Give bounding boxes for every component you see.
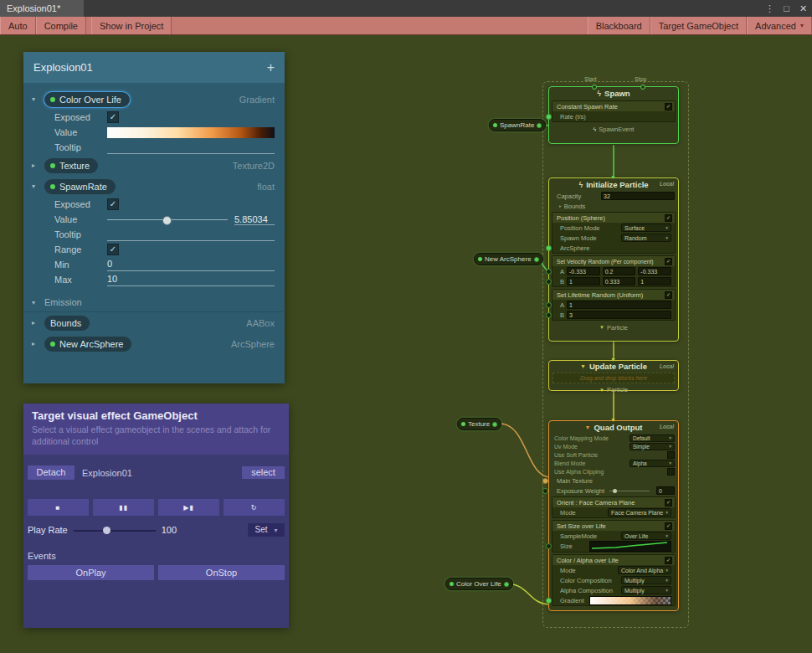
tooltip-field[interactable] <box>107 229 275 241</box>
color-composition-dropdown[interactable]: Multiply ▾ <box>621 576 671 584</box>
stop-button[interactable]: ■ <box>28 499 89 516</box>
b-input-port[interactable] <box>546 312 552 318</box>
orient-block[interactable]: Orient : Face Camera Plane ✓ Mode Face C… <box>552 496 676 518</box>
block-enabled-checkbox[interactable]: ✓ <box>665 258 672 265</box>
b-x-field[interactable]: 1 <box>567 277 600 285</box>
play-rate-slider[interactable] <box>74 524 156 536</box>
chevron-right-icon[interactable]: ▸ <box>559 203 562 208</box>
size-input-port[interactable] <box>546 543 552 549</box>
window-menu-icon[interactable]: ⋮ <box>763 2 776 15</box>
quad-title-bar[interactable]: ▼ Quad Output Local <box>549 421 678 434</box>
a-x-field[interactable]: -0.333 <box>567 267 600 275</box>
exposure-weight-field[interactable]: 0 <box>656 486 675 495</box>
update-particle-context[interactable]: ▼ ▼ Update Particle Local Drag and drop … <box>548 360 679 391</box>
param-row-bounds[interactable]: ▸ Bounds AABox <box>23 312 285 333</box>
exposed-checkbox[interactable]: ✓ <box>107 111 119 123</box>
position-sphere-block[interactable]: Position (Sphere) ✓ Position Mode Surfac… <box>552 212 676 254</box>
chevron-down-icon[interactable]: ▾ <box>32 183 44 190</box>
constant-spawn-rate-block[interactable]: Constant Spawn Rate ✓ Rate (t/s) <box>552 100 676 122</box>
param-pill-texture[interactable]: Texture <box>44 158 98 173</box>
block-enabled-checkbox[interactable]: ✓ <box>665 291 672 299</box>
orient-mode-dropdown[interactable]: Face Camera Plane ▾ <box>608 508 671 517</box>
space-tag[interactable]: Local <box>660 424 674 429</box>
show-in-project-button[interactable]: Show in Project <box>91 17 172 34</box>
target-gameobject-toggle-button[interactable]: Target GameObject <box>650 17 747 34</box>
output-port[interactable] <box>492 422 497 427</box>
gradient-input-port[interactable] <box>546 598 552 604</box>
block-header[interactable]: Position (Sphere) ✓ <box>552 213 675 223</box>
uv-mode-dropdown[interactable]: Simple ▾ <box>630 443 675 450</box>
block-header[interactable]: Color / Alpha over Life ✓ <box>552 555 675 565</box>
a-field[interactable]: 1 <box>567 301 671 309</box>
chevron-right-icon[interactable]: ▸ <box>32 319 44 326</box>
particle-output[interactable]: ▼ Particle <box>549 386 678 393</box>
select-button[interactable]: select <box>242 466 285 479</box>
exposure-weight-input-port[interactable] <box>542 488 548 494</box>
color-mode-dropdown[interactable]: Color And Alpha ▾ <box>618 566 671 574</box>
arcsphere-input-port[interactable] <box>546 245 552 251</box>
b-field[interactable]: 3 <box>567 311 671 319</box>
step-button[interactable]: ▶▮ <box>158 499 219 516</box>
b-input-port[interactable] <box>546 279 552 285</box>
block-header[interactable]: Constant Spawn Rate ✓ <box>552 101 675 111</box>
param-pill-color-over-life[interactable]: Color Over Life <box>44 92 130 107</box>
particle-output[interactable]: ▼ Particle <box>549 322 678 332</box>
b-y-field[interactable]: 0.333 <box>603 277 636 285</box>
size-curve-field[interactable] <box>589 541 671 552</box>
range-checkbox[interactable]: ✓ <box>107 244 119 255</box>
alpha-composition-dropdown[interactable]: Multiply ▾ <box>621 586 671 594</box>
block-enabled-checkbox[interactable]: ✓ <box>665 103 672 111</box>
space-tag[interactable]: Local <box>660 181 674 187</box>
exposed-checkbox[interactable]: ✓ <box>107 198 119 210</box>
spawn-event-output[interactable]: ϟ SpawnEvent <box>549 124 678 134</box>
chevron-down-icon[interactable]: ▾ <box>32 95 44 103</box>
chevron-right-icon[interactable]: ▸ <box>32 340 44 347</box>
param-row-texture[interactable]: ▸ Texture Texture2D <box>23 155 285 176</box>
flow-input-port[interactable]: ▼ <box>610 417 616 423</box>
b-z-field[interactable]: 1 <box>638 277 671 285</box>
gradient-value-field[interactable] <box>107 127 275 138</box>
use-alpha-clipping-checkbox[interactable] <box>667 468 675 476</box>
chevron-down-icon[interactable]: ▾ <box>32 299 44 306</box>
pause-button[interactable]: ▮▮ <box>93 499 154 516</box>
target-panel-header[interactable]: Target visual effect GameObject Select a… <box>23 404 289 455</box>
rate-input-port[interactable] <box>546 114 552 120</box>
onstop-button[interactable]: OnStop <box>158 565 285 580</box>
param-row-color-over-life[interactable]: ▾ Color Over Life Gradient <box>23 89 285 110</box>
spawnrate-property-node[interactable]: SpawnRate <box>489 119 546 131</box>
initialize-particle-context[interactable]: ▼ ϟ Initialize Particle Local Capacity 3… <box>548 177 679 342</box>
close-icon[interactable]: ✕ <box>797 2 809 15</box>
stop-port[interactable] <box>640 85 645 90</box>
space-tag[interactable]: Local <box>660 363 674 369</box>
maximize-icon[interactable]: □ <box>780 2 793 15</box>
set-lifetime-random-block[interactable]: Set Lifetime Random (Uniform) ✓ A 1 B 3 <box>552 289 676 321</box>
param-pill-new-arcsphere[interactable]: New ArcSphere <box>44 337 131 352</box>
quad-output-context[interactable]: ▼ ▼ Quad Output Local Color Mapping Mode… <box>548 420 679 611</box>
block-enabled-checkbox[interactable]: ✓ <box>665 499 672 506</box>
compile-button[interactable]: Compile <box>36 17 86 34</box>
onplay-button[interactable]: OnPlay <box>28 565 154 580</box>
sample-mode-dropdown[interactable]: Over Life ▾ <box>621 532 671 540</box>
capacity-field[interactable]: 32 <box>601 192 675 200</box>
exposure-weight-slider[interactable] <box>609 487 650 494</box>
initialize-title-bar[interactable]: ϟ Initialize Particle Local <box>549 178 678 191</box>
detach-button[interactable]: Detach <box>28 465 75 480</box>
output-port[interactable] <box>504 582 509 587</box>
add-parameter-icon[interactable]: + <box>267 60 275 75</box>
param-pill-bounds[interactable]: Bounds <box>44 316 90 331</box>
spawn-title-bar[interactable]: ϟ Spawn <box>549 87 678 100</box>
a-y-field[interactable]: 0.2 <box>603 267 636 275</box>
block-header[interactable]: Set Size over Life ✓ <box>552 521 675 531</box>
block-header[interactable]: Set Velocity Random (Per component) ✓ <box>552 256 675 266</box>
play-rate-value[interactable]: 100 <box>162 525 188 535</box>
color-mapping-mode-dropdown[interactable]: Default ▾ <box>630 434 675 442</box>
flow-input-port[interactable]: ▼ <box>610 174 616 180</box>
block-header[interactable]: Orient : Face Camera Plane ✓ <box>552 497 675 507</box>
main-texture-input-port[interactable] <box>542 478 548 484</box>
block-enabled-checkbox[interactable]: ✓ <box>665 522 672 530</box>
blend-mode-dropdown[interactable]: Alpha ▾ <box>630 460 675 467</box>
a-input-port[interactable] <box>546 269 552 275</box>
spawn-mode-dropdown[interactable]: Random ▾ <box>621 234 671 242</box>
position-mode-dropdown[interactable]: Surface ▾ <box>621 224 671 232</box>
set-velocity-random-block[interactable]: Set Velocity Random (Per component) ✓ A … <box>552 255 676 287</box>
